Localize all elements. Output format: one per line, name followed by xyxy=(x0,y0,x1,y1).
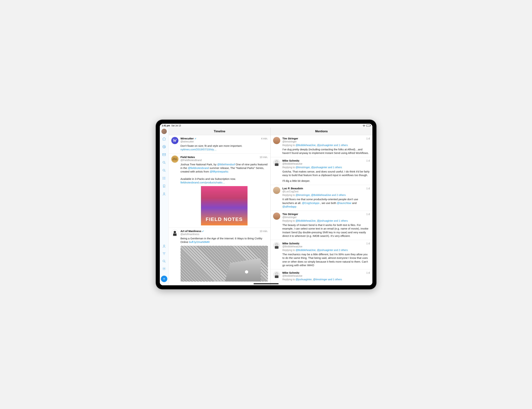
screen: 1:41 pm Sat Jul 13 xyxy=(160,124,372,285)
post-link[interactable]: buff.ly/2maN9MR xyxy=(189,240,210,244)
post-link[interactable]: @alfredapp xyxy=(282,205,296,208)
status-time: 1:41 pm xyxy=(162,124,170,127)
post-time: 1 d xyxy=(366,187,370,190)
post-time: 1 d xyxy=(366,271,370,274)
post-time: 4 min. xyxy=(261,137,268,140)
mentions-column: Mentions Tim Stringer 1 d @timstringer R… xyxy=(271,128,372,285)
mentions-header[interactable]: Mentions xyxy=(271,128,372,135)
svg-point-13 xyxy=(174,231,176,233)
svg-point-0 xyxy=(364,126,364,127)
avatar[interactable] xyxy=(273,137,280,144)
post-text: I'll dig a little bit deeper. xyxy=(282,179,370,183)
mentions-icon[interactable] xyxy=(162,145,166,149)
search-bottom-icon[interactable] xyxy=(162,259,166,263)
post-author[interactable]: Luc P. Beaudoin xyxy=(282,187,303,190)
post-handle: @timstringer xyxy=(282,216,370,219)
timeline-content[interactable]: W Wirecutter ✔ 4 min. @wirecutter Don't … xyxy=(169,135,271,285)
post-link[interactable]: fieldnotesbrand.com/products/natio… xyxy=(180,181,225,184)
post-text: Gotcha. That makes sense, and does sound… xyxy=(282,170,370,177)
avatar[interactable]: W xyxy=(171,137,178,144)
post-handle: @LucCogZest xyxy=(282,190,370,193)
post-link[interactable]: @fieldnotesbrand xyxy=(188,166,209,169)
post-text: The mechanics may be a little different,… xyxy=(282,253,370,267)
reply-link[interactable]: @BobbleheadJoe, @joshuaginter and 2 othe… xyxy=(296,249,348,252)
avatar[interactable] xyxy=(273,187,280,194)
post-handle: @BobbleheadJoe xyxy=(282,274,370,277)
reply-line: Replying to @timstringer, @BobbleheadJoe… xyxy=(282,194,370,196)
svg-point-6 xyxy=(163,177,163,178)
post-author[interactable]: Mike Schmitz xyxy=(282,242,299,245)
bookmarks-icon[interactable] xyxy=(162,184,166,188)
svg-point-15 xyxy=(275,160,278,163)
reply-link[interactable]: @timstringer, @joshuaginter and 1 others xyxy=(296,166,342,169)
status-bar: 1:41 pm Sat Jul 13 xyxy=(160,124,372,128)
timeline-post[interactable]: W Wirecutter ✔ 4 min. @wirecutter Don't … xyxy=(169,135,271,154)
mentions-post[interactable]: Mike Schmitz 1 d @BobbleheadJoe Replying… xyxy=(271,240,372,269)
columns: Timeline W Wirecutter ✔ 4 min. @wirecutt… xyxy=(169,128,372,285)
post-author[interactable]: Tim Stringer xyxy=(282,213,298,216)
compose-button[interactable]: + xyxy=(161,276,167,282)
timeline-post[interactable]: Art of Manliness ✔ 10 min. @artofmanline… xyxy=(169,228,271,284)
post-handle: @artofmanliness xyxy=(180,233,268,236)
post-link[interactable]: nytimes.com/2019/07/10/sty… xyxy=(180,148,217,151)
avatar[interactable] xyxy=(273,242,280,249)
post-image[interactable]: FIELD NOTES xyxy=(201,186,247,225)
post-time: 1 d xyxy=(366,137,370,140)
search-secondary-icon[interactable] xyxy=(162,168,166,172)
home-icon[interactable] xyxy=(162,137,166,141)
mentions-post[interactable]: Luc P. Beaudoin 1 d @LucCogZest Replying… xyxy=(271,185,372,211)
avatar[interactable] xyxy=(273,213,280,220)
avatar[interactable] xyxy=(171,229,178,237)
account-avatar[interactable] xyxy=(162,129,167,134)
post-handle: @FieldNotesBrand xyxy=(180,159,268,162)
filter-icon[interactable] xyxy=(162,252,166,256)
profile-secondary-icon[interactable] xyxy=(162,244,166,248)
post-handle: @BobbleheadJoe xyxy=(282,162,370,165)
reply-link[interactable]: @joshuaginter, @timstringer and 1 others xyxy=(296,278,342,281)
post-author[interactable]: Mike Schmitz xyxy=(282,271,299,274)
post-author[interactable]: Art of Manliness xyxy=(180,229,201,233)
profile-icon[interactable] xyxy=(162,192,166,196)
reply-line: Replying to @BobbleheadJoe, @joshuaginte… xyxy=(282,144,370,146)
post-link[interactable]: @launchbar xyxy=(337,201,352,204)
post-author[interactable]: Tim Stringer xyxy=(282,137,298,140)
messages-icon[interactable] xyxy=(162,153,166,157)
app-body: + Timeline W Wirecutter ✔ xyxy=(160,128,372,285)
svg-point-12 xyxy=(163,268,165,269)
verified-badge-icon: ✔ xyxy=(195,137,197,140)
svg-point-9 xyxy=(163,193,165,194)
post-link[interactable]: @littlefriendsof xyxy=(217,163,235,166)
avatar[interactable] xyxy=(273,159,280,166)
post-link[interactable]: @fiftynineparks xyxy=(210,170,228,173)
mentions-post[interactable]: Mike Schmitz 1 d @BobbleheadJoe Replying… xyxy=(271,157,372,185)
post-handle: @BobbleheadJoe xyxy=(282,245,370,248)
timeline-header[interactable]: Timeline xyxy=(169,128,271,135)
home-indicator[interactable] xyxy=(254,283,279,284)
post-time: 10 min. xyxy=(260,230,268,233)
avatar[interactable] xyxy=(273,271,280,278)
svg-point-1 xyxy=(163,145,166,148)
timeline-column: Timeline W Wirecutter ✔ 4 min. @wirecutt… xyxy=(169,128,271,285)
post-image[interactable] xyxy=(180,246,268,282)
post-author[interactable]: Mike Schmitz xyxy=(282,159,299,162)
reply-link[interactable]: @timstringer, @BobbleheadJoe and 2 other… xyxy=(296,194,346,196)
post-author[interactable]: Field Notes xyxy=(180,155,195,159)
mentions-content[interactable]: Tim Stringer 1 d @timstringer Replying t… xyxy=(271,135,372,285)
mentions-post[interactable]: Tim Stringer 1 d @timstringer Replying t… xyxy=(271,211,372,240)
post-link[interactable]: @CogSciApps xyxy=(302,201,319,204)
svg-point-10 xyxy=(163,245,165,246)
timeline-post[interactable]: FIELD NOTES Field Notes 10 min. @FieldNo… xyxy=(169,154,271,228)
reply-link[interactable]: @BobbleheadJoe, @joshuaginter and 1 othe… xyxy=(296,219,348,222)
settings-icon[interactable] xyxy=(162,267,166,271)
mentions-post[interactable]: Tim Stringer 1 d @timstringer Replying t… xyxy=(271,135,372,157)
search-icon[interactable] xyxy=(162,161,166,164)
svg-point-4 xyxy=(163,161,165,163)
mentions-post[interactable]: Mike Schmitz 1 d @BobbleheadJoe Replying… xyxy=(271,269,372,283)
post-handle: @timstringer xyxy=(282,140,370,143)
reply-link[interactable]: @BobbleheadJoe, @joshuaginter and 1 othe… xyxy=(296,144,348,146)
reply-line: Replying to @BobbleheadJoe, @joshuaginte… xyxy=(282,249,370,252)
avatar[interactable]: FIELD NOTES xyxy=(171,155,178,163)
post-author[interactable]: Wirecutter xyxy=(180,137,194,140)
post-text: It still floors me that some productivit… xyxy=(282,198,370,209)
lists-icon[interactable] xyxy=(162,176,166,180)
